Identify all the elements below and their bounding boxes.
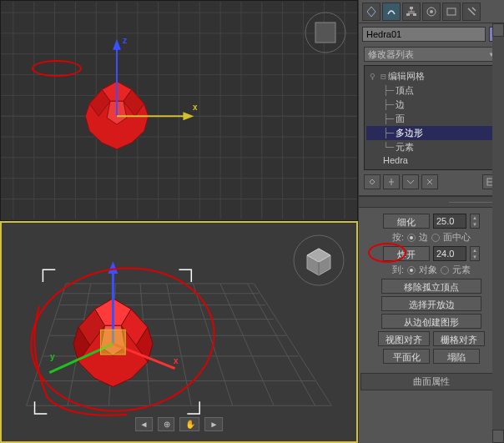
by-label: 按: [392, 231, 404, 244]
viewcube-top[interactable] [302, 9, 349, 58]
viewport-top[interactable]: z x [0, 0, 358, 221]
modifier-list-label: 修改器列表 [368, 48, 414, 61]
stack-root-label: 编辑网格 [388, 70, 425, 83]
svg-rect-74 [410, 7, 413, 9]
to-object-radio[interactable] [407, 266, 416, 274]
stack-root[interactable]: ♀ ⊟ 编辑网格 [366, 69, 496, 83]
axis-x-label-p: x [174, 356, 179, 365]
stack-face[interactable]: ├─面 [366, 112, 496, 126]
svg-line-52 [167, 283, 192, 405]
svg-rect-68 [101, 330, 126, 355]
nav-hand-icon[interactable]: ✋ [180, 417, 200, 431]
rollout-divider [359, 196, 504, 208]
axis-z-label: z [123, 36, 127, 45]
to-element-radio[interactable] [441, 266, 449, 274]
surface-props-rollout[interactable]: 曲面属性 [360, 373, 502, 390]
grid-align-button[interactable]: 栅格对齐 [433, 331, 485, 346]
planarize-button[interactable]: 平面化 [383, 349, 430, 364]
collapse-button[interactable]: 塌陷 [433, 349, 480, 364]
show-end-result-icon[interactable] [383, 174, 400, 189]
sidebar-scrollbar[interactable] [492, 23, 504, 443]
stack-base[interactable]: Hedra [366, 154, 496, 166]
modifier-list-dropdown[interactable]: 修改器列表 [364, 47, 499, 62]
make-unique-icon[interactable] [402, 174, 419, 189]
explode-button[interactable]: 炸开 [383, 246, 430, 261]
svg-line-55 [248, 283, 315, 405]
svg-rect-82 [447, 8, 456, 15]
modifier-stack[interactable]: ♀ ⊟ 编辑网格 ├─顶点 ├─边 ├─面 ├─多边形 └─元素 Hedra [364, 65, 499, 170]
viewport-perspective[interactable]: y x ◄ ⊕ ✋ ► [0, 221, 358, 444]
tab-display-icon[interactable] [442, 3, 461, 21]
svg-marker-35 [113, 39, 121, 50]
svg-marker-37 [183, 112, 194, 120]
nav-next-icon[interactable]: ► [205, 417, 224, 431]
object-name-input[interactable] [362, 27, 486, 42]
viewcube-persp[interactable] [290, 231, 348, 291]
tab-create-icon[interactable] [362, 3, 381, 21]
svg-point-81 [430, 10, 433, 13]
bulb-icon: ♀ ⊟ [370, 71, 386, 82]
tab-hierarchy-icon[interactable] [402, 3, 421, 21]
axis-y-label: y [50, 352, 55, 361]
to-label: 到: [392, 264, 404, 276]
nav-prev-icon[interactable]: ◄ [135, 417, 154, 431]
stack-vertex[interactable]: ├─顶点 [366, 83, 496, 98]
tessellate-value[interactable]: 25.0 [433, 214, 466, 229]
create-shape-button[interactable]: 从边创建图形 [381, 314, 481, 329]
remove-isolated-button[interactable]: 移除孤立顶点 [381, 279, 481, 294]
axis-x-label: x [193, 103, 198, 112]
pin-stack-icon[interactable] [364, 174, 381, 189]
svg-rect-39 [315, 23, 335, 43]
stack-polygon[interactable]: ├─多边形 [366, 126, 496, 140]
stack-element[interactable]: └─元素 [366, 140, 496, 154]
tessellate-spinner[interactable]: ▲▼ [470, 214, 480, 229]
svg-line-53 [193, 283, 232, 405]
explode-spinner[interactable]: ▲▼ [470, 246, 480, 261]
tab-motion-icon[interactable] [422, 3, 441, 21]
command-panel-tabs [359, 0, 504, 23]
svg-line-48 [27, 283, 66, 405]
view-align-button[interactable]: 视图对齐 [378, 331, 430, 346]
nav-controls[interactable]: ◄ ⊕ ✋ ► [135, 417, 224, 431]
tab-modify-icon[interactable] [382, 3, 401, 21]
select-open-edges-button[interactable]: 选择开放边 [381, 296, 481, 311]
stack-edge[interactable]: ├─边 [366, 98, 496, 112]
tab-utilities-icon[interactable] [462, 3, 481, 21]
explode-value[interactable]: 24.0 [433, 246, 466, 261]
nav-orbit-icon[interactable]: ⊕ [159, 417, 175, 431]
svg-marker-65 [108, 261, 118, 274]
by-face-center-radio[interactable] [431, 234, 440, 242]
stack-tools [359, 172, 504, 192]
remove-modifier-icon[interactable] [421, 174, 438, 189]
tessellate-button[interactable]: 细化 [383, 214, 430, 229]
by-edge-radio[interactable] [407, 234, 416, 242]
